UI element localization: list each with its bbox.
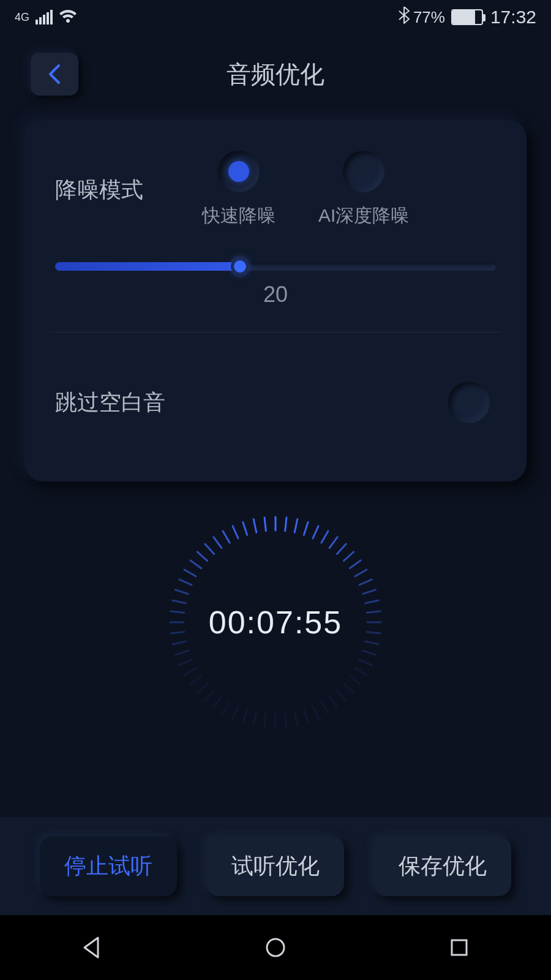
svg-line-8	[343, 552, 353, 561]
network-type: 4G	[15, 12, 29, 23]
svg-line-16	[367, 632, 380, 633]
svg-line-28	[294, 712, 298, 726]
svg-line-48	[175, 590, 188, 594]
skip-silence-toggle[interactable]	[448, 382, 490, 423]
svg-line-4	[313, 526, 318, 538]
timer-display: 00:07:55	[209, 604, 342, 641]
radio-circle-icon	[343, 151, 384, 192]
svg-line-24	[329, 696, 337, 707]
timer-dial-wrap: 00:07:55	[0, 512, 551, 733]
svg-line-19	[359, 660, 372, 665]
slider-track	[55, 262, 496, 271]
svg-line-59	[264, 518, 266, 531]
header: 音频优化	[0, 34, 551, 114]
bluetooth-icon	[399, 7, 410, 28]
svg-line-40	[184, 668, 196, 675]
status-bar: 4G 77% 17:32	[0, 0, 551, 34]
svg-rect-61	[452, 940, 467, 955]
svg-line-42	[175, 650, 188, 655]
svg-line-43	[173, 641, 186, 644]
nav-home-icon[interactable]	[263, 935, 288, 960]
signal-icon	[36, 10, 53, 24]
radio-ai-label: AI深度降噪	[318, 203, 409, 228]
svg-line-57	[243, 522, 247, 535]
svg-line-5	[321, 531, 328, 543]
svg-line-3	[304, 522, 308, 535]
bottom-bar: 停止试听 试听优化 保存优化	[0, 817, 551, 915]
svg-line-32	[253, 712, 257, 726]
svg-line-9	[350, 560, 361, 568]
svg-line-49	[179, 579, 192, 585]
status-left: 4G	[15, 10, 77, 24]
svg-line-6	[329, 537, 337, 548]
radio-ai-denoise[interactable]: AI深度降噪	[318, 151, 409, 228]
svg-line-14	[367, 611, 380, 612]
status-time: 17:32	[490, 7, 536, 28]
noise-mode-label: 降噪模式	[55, 151, 184, 205]
svg-line-46	[171, 611, 184, 612]
svg-line-25	[321, 702, 328, 714]
svg-line-12	[363, 590, 376, 594]
svg-line-11	[359, 579, 372, 585]
svg-line-44	[171, 632, 184, 633]
slider-thumb-icon[interactable]	[231, 257, 249, 276]
svg-line-50	[184, 570, 196, 576]
denoise-slider[interactable]: 20	[55, 262, 496, 307]
svg-line-27	[304, 710, 308, 723]
svg-line-53	[205, 544, 214, 554]
svg-line-17	[365, 641, 379, 644]
svg-line-2	[294, 519, 298, 533]
svg-line-29	[285, 714, 287, 727]
svg-line-56	[233, 526, 238, 538]
preview-optimize-button[interactable]: 试听优化	[207, 837, 344, 896]
skip-silence-row: 跳过空白音	[55, 357, 496, 463]
noise-mode-group: 快速降噪 AI深度降噪	[184, 151, 496, 228]
svg-line-52	[197, 552, 207, 561]
svg-line-47	[173, 600, 186, 603]
status-right: 77% 17:32	[399, 7, 536, 28]
svg-line-20	[355, 668, 367, 675]
svg-line-1	[285, 518, 287, 531]
svg-line-22	[343, 684, 353, 693]
divider	[49, 332, 502, 333]
svg-line-26	[313, 706, 318, 718]
svg-line-7	[337, 544, 346, 554]
battery-percent: 77%	[413, 8, 445, 27]
radio-circle-icon	[218, 151, 260, 192]
page-title: 音频优化	[0, 58, 551, 91]
svg-line-36	[214, 696, 222, 707]
svg-line-21	[350, 676, 361, 684]
slider-value: 20	[55, 282, 496, 307]
noise-mode-row: 降噪模式 快速降噪 AI深度降噪	[55, 151, 496, 228]
settings-card: 降噪模式 快速降噪 AI深度降噪 20 跳过空白音	[24, 120, 527, 481]
svg-line-58	[253, 519, 257, 533]
svg-line-54	[214, 537, 222, 548]
android-nav-bar	[0, 915, 551, 980]
svg-line-23	[337, 690, 346, 700]
svg-line-39	[190, 676, 201, 684]
skip-silence-label: 跳过空白音	[55, 388, 165, 418]
svg-point-60	[267, 939, 284, 956]
wifi-icon	[59, 10, 77, 24]
svg-line-33	[243, 710, 247, 723]
save-optimize-button[interactable]: 保存优化	[374, 837, 511, 896]
svg-line-41	[179, 660, 192, 665]
svg-line-34	[233, 706, 238, 718]
svg-line-38	[197, 684, 207, 693]
svg-line-35	[223, 702, 230, 714]
svg-line-10	[355, 570, 367, 576]
svg-line-51	[190, 560, 201, 568]
svg-line-18	[363, 650, 376, 655]
radio-fast-label: 快速降噪	[202, 203, 276, 228]
timer-dial: 00:07:55	[165, 512, 386, 733]
svg-line-31	[264, 714, 266, 727]
svg-line-13	[365, 600, 379, 603]
battery-icon	[451, 9, 483, 25]
radio-fast-denoise[interactable]: 快速降噪	[202, 151, 276, 228]
svg-line-37	[205, 690, 214, 700]
svg-line-55	[223, 531, 230, 543]
nav-back-icon[interactable]	[80, 935, 104, 960]
nav-recent-icon[interactable]	[447, 935, 471, 960]
stop-preview-button[interactable]: 停止试听	[40, 837, 177, 896]
